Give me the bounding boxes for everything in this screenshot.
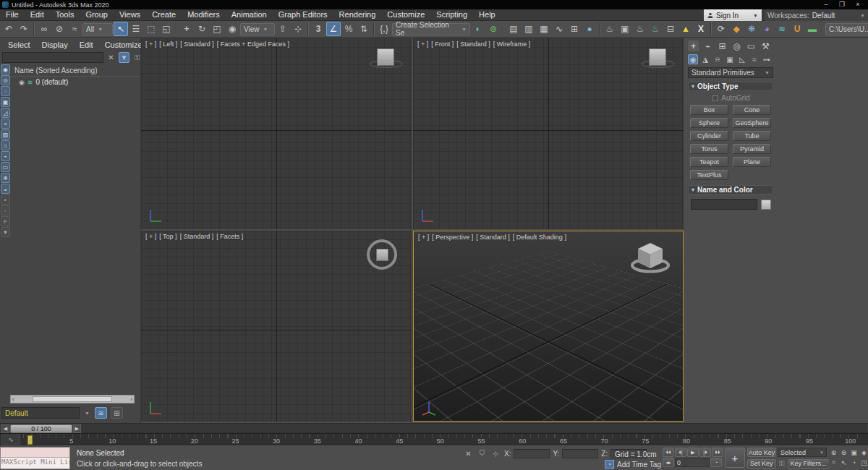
refresh-icon[interactable]: ⟳ <box>714 22 728 36</box>
primitive-button[interactable]: Cone <box>733 105 771 115</box>
display-spacewarps-icon[interactable]: ▨ <box>1 129 10 140</box>
menu-item[interactable]: Scripting <box>430 10 473 19</box>
key-filters-button[interactable]: Key Filters... <box>788 459 830 469</box>
y-coordinate-field[interactable] <box>562 449 598 458</box>
scene-explorer-search-input[interactable] <box>2 52 103 63</box>
viewport-front[interactable]: [ + ][ Front ][ Standard ][ Wireframe ] <box>413 38 684 229</box>
curve-editor-icon[interactable]: ∿ <box>552 22 566 36</box>
project-folder-dropdown[interactable]: C:\Users\U...s Max 2020▼ <box>825 23 868 35</box>
primitive-button[interactable]: Teapot <box>690 157 728 167</box>
viewport-label-segment[interactable]: [ Left ] <box>159 40 177 48</box>
sign-in-button[interactable]: Sign In ▼ <box>704 9 762 21</box>
cancel-render-icon[interactable]: X <box>694 22 708 36</box>
primitive-button[interactable]: Sphere <box>690 118 728 128</box>
unlink-selection-icon[interactable]: ⊘ <box>52 22 67 36</box>
viewport-label-segment[interactable]: [ Default Shading ] <box>513 234 566 241</box>
select-and-move-icon[interactable]: + <box>179 22 194 36</box>
viewport-label-segment[interactable]: [ Front ] <box>431 40 454 48</box>
display-helpers-icon[interactable]: ≈ <box>1 119 10 129</box>
maximize-viewport-icon[interactable]: ◳ <box>859 458 868 467</box>
object-type-rollout[interactable]: ▾ Object Type <box>688 82 773 91</box>
primitive-category-dropdown[interactable]: Standard Primitives ▼ <box>688 67 773 78</box>
key-mode-toggle-icon[interactable]: ◂▸ <box>663 458 674 467</box>
display-geometry-icon[interactable]: ⊙ <box>1 75 10 85</box>
angle-snap-icon[interactable]: ∠ <box>326 22 341 36</box>
display-bones-icon[interactable]: ▭ <box>1 162 10 172</box>
isolate-selection-icon[interactable]: ✕ <box>463 448 474 458</box>
viewport-label-segment[interactable]: [ Top ] <box>159 233 176 240</box>
primitive-button[interactable]: Box <box>690 105 728 115</box>
render-setup-icon[interactable]: ♨ <box>603 22 617 36</box>
scene-explorer-menu[interactable]: Display <box>37 40 73 49</box>
viewport-label-segment[interactable]: [ + ] <box>145 233 156 240</box>
scroll-left-icon[interactable]: ‹ <box>12 396 14 403</box>
transform-typein-icon[interactable]: ⊹ <box>490 448 501 458</box>
align-icon[interactable]: ⊚ <box>486 22 501 36</box>
scene-explorer-item[interactable]: ◉ ≋ 0 (default) <box>0 77 140 87</box>
menu-item[interactable]: Modifiers <box>182 10 226 19</box>
redo-icon[interactable]: ↷ <box>17 22 31 36</box>
tab-motion[interactable]: ◎ <box>731 40 742 51</box>
scene-explorer-menu[interactable]: Edit <box>75 40 98 49</box>
select-by-name-icon[interactable]: ☰ <box>129 22 143 36</box>
menu-item[interactable]: Tools <box>50 10 80 19</box>
display-groups-icon[interactable]: ⌂ <box>1 140 10 150</box>
display-lights-icon[interactable]: ▣ <box>1 97 10 107</box>
viewport-label-segment[interactable]: [ Wireframe ] <box>493 40 531 48</box>
civil-view-icon[interactable]: ▬ <box>805 22 820 36</box>
select-and-manipulate-icon[interactable]: ⊹ <box>291 22 305 36</box>
snap-toggle-3d-icon[interactable]: 3 <box>311 22 326 36</box>
orbit-icon[interactable]: ◔ <box>849 458 859 467</box>
viewport-label-segment[interactable]: [ Standard ] <box>476 234 510 241</box>
visibility-eye-icon[interactable]: ◉ <box>19 79 25 86</box>
scene-explorer-column-header[interactable]: Name (Sorted Ascending) <box>0 64 140 77</box>
undo-icon[interactable]: ↶ <box>1 22 16 36</box>
rendered-frame-window-icon[interactable]: ▣ <box>618 22 632 36</box>
display-containers-icon[interactable]: ❄ <box>1 173 10 183</box>
scene-explorer-menu[interactable]: Select <box>3 40 35 49</box>
viewport-label-segment[interactable]: [ Facets ] <box>216 233 243 240</box>
time-configuration-icon[interactable]: ◔ <box>710 458 722 467</box>
zoom-region-icon[interactable]: ⌗ <box>829 458 838 467</box>
listener-field[interactable]: MAXScript Mini Liste <box>1 458 69 469</box>
autogrid-checkbox[interactable]: AutoGrid <box>685 94 778 102</box>
x-coordinate-field[interactable] <box>514 449 550 458</box>
frozen-filter-icon[interactable]: F <box>1 216 10 226</box>
menu-item[interactable]: Rendering <box>333 10 382 19</box>
viewport-label-segment[interactable]: [ Standard ] <box>180 40 214 48</box>
zoom-all-icon[interactable]: ⊛ <box>839 448 848 457</box>
tab-hierarchy[interactable]: ⊞ <box>717 40 728 51</box>
viewport-label-segment[interactable]: [ Standard ] <box>456 40 490 48</box>
filter-icon[interactable]: ▼ <box>119 52 129 63</box>
maximize-button[interactable]: ❐ <box>834 0 850 9</box>
track-bar[interactable]: ∿ 05101520253035404550556065707580859095… <box>0 433 868 445</box>
named-selection-sets-icon[interactable]: {,} <box>377 22 391 36</box>
schematic-view-icon[interactable]: ⊞ <box>567 22 582 36</box>
select-and-rotate-icon[interactable]: ↻ <box>195 22 209 36</box>
subtab-cameras[interactable]: ▣ <box>725 54 735 64</box>
viewport-label-segment[interactable]: [ + ] <box>418 234 429 241</box>
mini-curve-editor-button[interactable]: ∿ <box>1 435 20 445</box>
funnel-filter-icon[interactable]: ▼ <box>1 227 10 237</box>
clear-search-icon[interactable]: ✕ <box>106 52 116 63</box>
previous-frame-icon[interactable]: ⏴| <box>675 448 686 457</box>
display-cameras-icon[interactable]: ◿ <box>1 108 10 118</box>
next-frame-icon[interactable]: ▶ <box>73 424 81 433</box>
selection-filter-dropdown[interactable]: All▼ <box>82 23 113 35</box>
selection-lock-icon[interactable]: ⛉ <box>477 448 488 458</box>
primitive-button[interactable]: Pyramid <box>733 144 771 154</box>
play-icon[interactable]: ▶ <box>687 448 699 457</box>
hierarchy-view-icon[interactable]: ⊞ <box>111 407 123 419</box>
zoom-icon[interactable]: ⊕ <box>829 448 838 457</box>
display-xrefs-icon[interactable]: ⌁ <box>1 151 10 161</box>
object-color-swatch[interactable] <box>761 200 771 210</box>
go-to-end-icon[interactable]: ⏵⏵ <box>712 448 723 457</box>
display-materials-icon[interactable]: ◒ <box>1 184 10 194</box>
menu-item[interactable]: Graph Editors <box>273 10 333 19</box>
render-warning-icon[interactable]: ▲ <box>678 22 693 36</box>
time-slider-track[interactable] <box>82 424 867 433</box>
tab-modify[interactable]: ⌁ <box>702 40 713 51</box>
hierarchy-mode-icon[interactable]: ▫ <box>1 205 10 215</box>
select-link-icon[interactable]: ∞ <box>37 22 51 36</box>
time-slider-thumb[interactable]: 0 / 100 <box>10 424 72 433</box>
